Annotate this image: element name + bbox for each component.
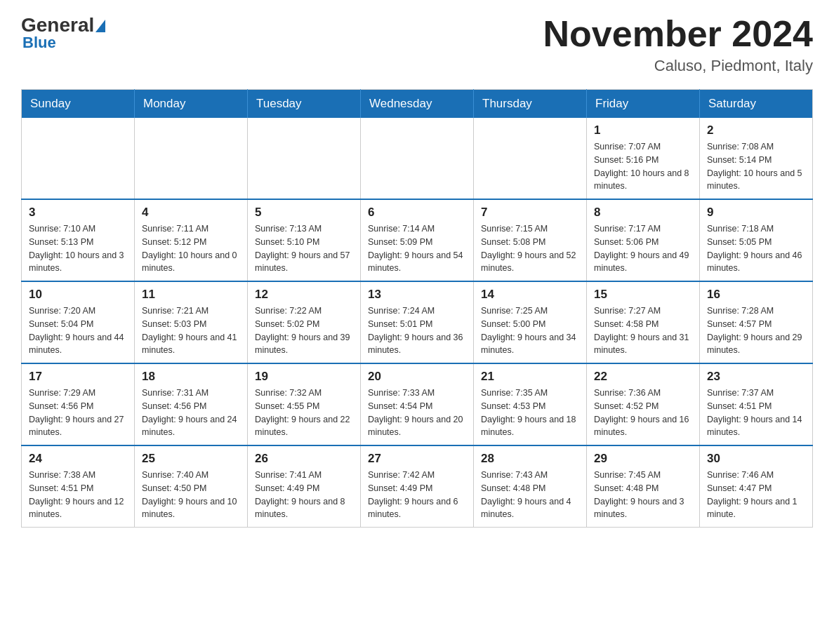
calendar-day-cell — [248, 118, 361, 199]
calendar-day-cell: 26Sunrise: 7:41 AMSunset: 4:49 PMDayligh… — [248, 445, 361, 528]
calendar-day-cell: 16Sunrise: 7:28 AMSunset: 4:57 PMDayligh… — [700, 281, 813, 363]
calendar-day-cell: 17Sunrise: 7:29 AMSunset: 4:56 PMDayligh… — [22, 363, 135, 445]
day-number: 19 — [255, 370, 353, 384]
day-info: Sunrise: 7:08 AMSunset: 5:14 PMDaylight:… — [707, 140, 805, 193]
calendar-day-cell — [361, 118, 474, 199]
calendar-day-cell — [474, 118, 587, 199]
day-info: Sunrise: 7:22 AMSunset: 5:02 PMDaylight:… — [255, 304, 353, 357]
calendar-day-cell: 20Sunrise: 7:33 AMSunset: 4:54 PMDayligh… — [361, 363, 474, 445]
day-info: Sunrise: 7:14 AMSunset: 5:09 PMDaylight:… — [368, 222, 466, 275]
day-info: Sunrise: 7:29 AMSunset: 4:56 PMDaylight:… — [29, 387, 127, 439]
calendar-day-cell: 2Sunrise: 7:08 AMSunset: 5:14 PMDaylight… — [700, 118, 813, 199]
day-number: 1 — [594, 123, 692, 137]
day-info: Sunrise: 7:20 AMSunset: 5:04 PMDaylight:… — [29, 304, 127, 357]
calendar-day-cell — [22, 118, 135, 199]
day-number: 27 — [368, 452, 466, 466]
day-info: Sunrise: 7:45 AMSunset: 4:48 PMDaylight:… — [594, 469, 692, 521]
calendar-day-cell: 4Sunrise: 7:11 AMSunset: 5:12 PMDaylight… — [135, 199, 248, 281]
day-of-week-header: Sunday — [22, 90, 135, 119]
calendar-day-cell: 9Sunrise: 7:18 AMSunset: 5:05 PMDaylight… — [700, 199, 813, 281]
day-info: Sunrise: 7:40 AMSunset: 4:50 PMDaylight:… — [142, 469, 240, 521]
calendar-header-row: SundayMondayTuesdayWednesdayThursdayFrid… — [22, 90, 813, 119]
day-info: Sunrise: 7:18 AMSunset: 5:05 PMDaylight:… — [707, 222, 805, 275]
day-info: Sunrise: 7:21 AMSunset: 5:03 PMDaylight:… — [142, 304, 240, 357]
calendar-day-cell: 1Sunrise: 7:07 AMSunset: 5:16 PMDaylight… — [587, 118, 700, 199]
day-number: 23 — [707, 370, 805, 384]
calendar-day-cell: 19Sunrise: 7:32 AMSunset: 4:55 PMDayligh… — [248, 363, 361, 445]
calendar-day-cell: 7Sunrise: 7:15 AMSunset: 5:08 PMDaylight… — [474, 199, 587, 281]
day-number: 21 — [481, 370, 579, 384]
day-number: 12 — [255, 288, 353, 302]
day-number: 20 — [368, 370, 466, 384]
calendar-day-cell: 12Sunrise: 7:22 AMSunset: 5:02 PMDayligh… — [248, 281, 361, 363]
calendar-week-row: 1Sunrise: 7:07 AMSunset: 5:16 PMDaylight… — [22, 118, 813, 199]
day-info: Sunrise: 7:07 AMSunset: 5:16 PMDaylight:… — [594, 140, 692, 193]
calendar-day-cell: 27Sunrise: 7:42 AMSunset: 4:49 PMDayligh… — [361, 445, 474, 528]
day-of-week-header: Wednesday — [361, 90, 474, 119]
calendar-day-cell — [135, 118, 248, 199]
calendar-day-cell: 24Sunrise: 7:38 AMSunset: 4:51 PMDayligh… — [22, 445, 135, 528]
month-year-title: November 2024 — [543, 14, 813, 54]
calendar-day-cell: 13Sunrise: 7:24 AMSunset: 5:01 PMDayligh… — [361, 281, 474, 363]
day-info: Sunrise: 7:28 AMSunset: 4:57 PMDaylight:… — [707, 304, 805, 357]
day-info: Sunrise: 7:10 AMSunset: 5:13 PMDaylight:… — [29, 222, 127, 275]
calendar-day-cell: 22Sunrise: 7:36 AMSunset: 4:52 PMDayligh… — [587, 363, 700, 445]
day-info: Sunrise: 7:41 AMSunset: 4:49 PMDaylight:… — [255, 469, 353, 521]
day-number: 15 — [594, 288, 692, 302]
day-number: 5 — [255, 206, 353, 220]
day-info: Sunrise: 7:11 AMSunset: 5:12 PMDaylight:… — [142, 222, 240, 275]
calendar-day-cell: 25Sunrise: 7:40 AMSunset: 4:50 PMDayligh… — [135, 445, 248, 528]
calendar-day-cell: 6Sunrise: 7:14 AMSunset: 5:09 PMDaylight… — [361, 199, 474, 281]
day-number: 11 — [142, 288, 240, 302]
title-section: November 2024 Caluso, Piedmont, Italy — [543, 14, 813, 75]
day-info: Sunrise: 7:35 AMSunset: 4:53 PMDaylight:… — [481, 387, 579, 439]
day-info: Sunrise: 7:24 AMSunset: 5:01 PMDaylight:… — [368, 304, 466, 357]
day-number: 6 — [368, 206, 466, 220]
day-info: Sunrise: 7:36 AMSunset: 4:52 PMDaylight:… — [594, 387, 692, 439]
day-info: Sunrise: 7:13 AMSunset: 5:10 PMDaylight:… — [255, 222, 353, 275]
calendar-week-row: 3Sunrise: 7:10 AMSunset: 5:13 PMDaylight… — [22, 199, 813, 281]
day-number: 10 — [29, 288, 127, 302]
calendar-day-cell: 28Sunrise: 7:43 AMSunset: 4:48 PMDayligh… — [474, 445, 587, 528]
calendar-day-cell: 23Sunrise: 7:37 AMSunset: 4:51 PMDayligh… — [700, 363, 813, 445]
day-info: Sunrise: 7:33 AMSunset: 4:54 PMDaylight:… — [368, 387, 466, 439]
day-number: 7 — [481, 206, 579, 220]
day-number: 8 — [594, 206, 692, 220]
calendar-day-cell: 30Sunrise: 7:46 AMSunset: 4:47 PMDayligh… — [700, 445, 813, 528]
day-info: Sunrise: 7:27 AMSunset: 4:58 PMDaylight:… — [594, 304, 692, 357]
calendar-week-row: 10Sunrise: 7:20 AMSunset: 5:04 PMDayligh… — [22, 281, 813, 363]
calendar-week-row: 17Sunrise: 7:29 AMSunset: 4:56 PMDayligh… — [22, 363, 813, 445]
calendar-day-cell: 3Sunrise: 7:10 AMSunset: 5:13 PMDaylight… — [22, 199, 135, 281]
day-of-week-header: Friday — [587, 90, 700, 119]
calendar-day-cell: 21Sunrise: 7:35 AMSunset: 4:53 PMDayligh… — [474, 363, 587, 445]
day-number: 26 — [255, 452, 353, 466]
day-number: 2 — [707, 123, 805, 137]
calendar-day-cell: 10Sunrise: 7:20 AMSunset: 5:04 PMDayligh… — [22, 281, 135, 363]
calendar-table: SundayMondayTuesdayWednesdayThursdayFrid… — [21, 89, 813, 528]
day-number: 13 — [368, 288, 466, 302]
day-number: 22 — [594, 370, 692, 384]
day-of-week-header: Saturday — [700, 90, 813, 119]
logo: General Blue — [21, 14, 105, 52]
calendar-day-cell: 5Sunrise: 7:13 AMSunset: 5:10 PMDaylight… — [248, 199, 361, 281]
day-number: 29 — [594, 452, 692, 466]
day-info: Sunrise: 7:25 AMSunset: 5:00 PMDaylight:… — [481, 304, 579, 357]
day-info: Sunrise: 7:15 AMSunset: 5:08 PMDaylight:… — [481, 222, 579, 275]
day-info: Sunrise: 7:37 AMSunset: 4:51 PMDaylight:… — [707, 387, 805, 439]
day-number: 30 — [707, 452, 805, 466]
day-number: 9 — [707, 206, 805, 220]
logo-blue-text: Blue — [22, 34, 56, 52]
day-of-week-header: Monday — [135, 90, 248, 119]
calendar-day-cell: 15Sunrise: 7:27 AMSunset: 4:58 PMDayligh… — [587, 281, 700, 363]
calendar-day-cell: 14Sunrise: 7:25 AMSunset: 5:00 PMDayligh… — [474, 281, 587, 363]
day-info: Sunrise: 7:42 AMSunset: 4:49 PMDaylight:… — [368, 469, 466, 521]
day-number: 17 — [29, 370, 127, 384]
day-info: Sunrise: 7:38 AMSunset: 4:51 PMDaylight:… — [29, 469, 127, 521]
day-number: 28 — [481, 452, 579, 466]
day-number: 3 — [29, 206, 127, 220]
day-number: 24 — [29, 452, 127, 466]
day-info: Sunrise: 7:31 AMSunset: 4:56 PMDaylight:… — [142, 387, 240, 439]
day-info: Sunrise: 7:43 AMSunset: 4:48 PMDaylight:… — [481, 469, 579, 521]
day-number: 16 — [707, 288, 805, 302]
logo-triangle-icon — [95, 20, 105, 32]
